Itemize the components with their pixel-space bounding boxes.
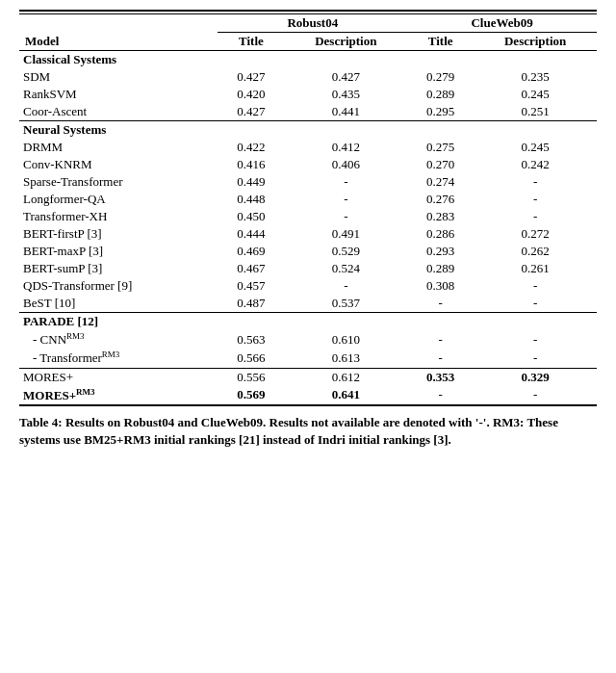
table-row: Sparse-Transformer0.449-0.274-: [19, 173, 597, 191]
table-cell: 0.353: [407, 368, 474, 386]
table-cell: -: [407, 295, 474, 313]
table-row: BeST [10]0.4870.537--: [19, 295, 597, 313]
table-cell: -: [407, 330, 474, 349]
table-cell: 0.261: [474, 260, 597, 277]
table-cell: 0.537: [284, 295, 407, 313]
r04-desc-header: Description: [284, 33, 407, 51]
table-cell: 0.235: [474, 68, 597, 86]
table-cell: -: [474, 386, 597, 405]
table-cell: 0.427: [218, 68, 284, 86]
table-cell: 0.467: [218, 260, 284, 277]
table-cell: 0.293: [407, 243, 474, 260]
table-cell: 0.412: [284, 139, 407, 156]
section-header-row: Classical Systems: [19, 51, 597, 69]
empty-header: [19, 14, 218, 33]
table-cell: 0.276: [407, 191, 474, 208]
table-cell: 0.563: [218, 330, 284, 349]
table-cell: 0.422: [218, 139, 284, 156]
model-name: BeST [10]: [19, 295, 218, 313]
table-container: Robust04 ClueWeb09 Model Title Descripti…: [19, 10, 597, 449]
robust04-header: Robust04: [218, 14, 407, 33]
table-cell: 0.289: [407, 260, 474, 277]
table-row: QDS-Transformer [9]0.457-0.308-: [19, 277, 597, 295]
model-name: MORES+RM3: [19, 386, 218, 405]
table-cell: 0.491: [284, 225, 407, 243]
table-cell: -: [474, 173, 597, 191]
table-cell: -: [474, 191, 597, 208]
table-row: SDM0.4270.4270.2790.235: [19, 68, 597, 86]
table-cell: 0.641: [284, 386, 407, 405]
table-cell: 0.272: [474, 225, 597, 243]
section-label: Classical Systems: [19, 51, 597, 69]
model-name: Transformer-XH: [19, 208, 218, 225]
table-cell: -: [474, 277, 597, 295]
table-cell: 0.274: [407, 173, 474, 191]
table-cell: 0.427: [218, 103, 284, 121]
model-name: Coor-Ascent: [19, 103, 218, 121]
table-cell: 0.289: [407, 86, 474, 103]
section-header-row: Neural Systems: [19, 121, 597, 140]
table-cell: -: [474, 208, 597, 225]
model-name: RankSVM: [19, 86, 218, 103]
table-cell: 0.262: [474, 243, 597, 260]
table-cell: -: [474, 295, 597, 313]
table-cell: -: [407, 386, 474, 405]
table-cell: 0.449: [218, 173, 284, 191]
table-row: DRMM0.4220.4120.2750.245: [19, 139, 597, 156]
model-name: Sparse-Transformer: [19, 173, 218, 191]
table-cell: 0.329: [474, 368, 597, 386]
model-name: - CNNRM3: [19, 330, 218, 349]
model-name: QDS-Transformer [9]: [19, 277, 218, 295]
r04-title-header: Title: [218, 33, 284, 51]
table-cell: 0.308: [407, 277, 474, 295]
cw09-title-header: Title: [407, 33, 474, 51]
table-cell: 0.286: [407, 225, 474, 243]
table-cell: 0.295: [407, 103, 474, 121]
table-cell: -: [474, 349, 597, 368]
table-row: Conv-KNRM0.4160.4060.2700.242: [19, 156, 597, 173]
table-row: - CNNRM30.5630.610--: [19, 330, 597, 349]
table-cell: -: [407, 349, 474, 368]
model-name: MORES+: [19, 368, 218, 386]
table-cell: 0.457: [218, 277, 284, 295]
table-cell: 0.566: [218, 349, 284, 368]
table-row: BERT-maxP [3]0.4690.5290.2930.262: [19, 243, 597, 260]
model-name: - TransformerRM3: [19, 349, 218, 368]
table-cell: 0.569: [218, 386, 284, 405]
section-label: Neural Systems: [19, 121, 597, 140]
model-label: Model: [19, 33, 218, 51]
model-name: BERT-sumP [3]: [19, 260, 218, 277]
table-cell: 0.612: [284, 368, 407, 386]
table-cell: 0.487: [218, 295, 284, 313]
table-cell: 0.279: [407, 68, 474, 86]
table-cell: 0.448: [218, 191, 284, 208]
table-cell: 0.610: [284, 330, 407, 349]
model-name: Conv-KNRM: [19, 156, 218, 173]
table-cell: 0.275: [407, 139, 474, 156]
table-cell: 0.613: [284, 349, 407, 368]
table-cell: 0.245: [474, 86, 597, 103]
table-row: BERT-sumP [3]0.4670.5240.2890.261: [19, 260, 597, 277]
table-row: RankSVM0.4200.4350.2890.245: [19, 86, 597, 103]
table-cell: 0.420: [218, 86, 284, 103]
model-name: BERT-firstP [3]: [19, 225, 218, 243]
table-cell: 0.441: [284, 103, 407, 121]
table-cell: 0.283: [407, 208, 474, 225]
table-row: Transformer-XH0.450-0.283-: [19, 208, 597, 225]
model-name: Longformer-QA: [19, 191, 218, 208]
table-cell: 0.529: [284, 243, 407, 260]
table-cell: 0.270: [407, 156, 474, 173]
table-cell: 0.406: [284, 156, 407, 173]
clueweb09-header: ClueWeb09: [407, 14, 597, 33]
model-name: SDM: [19, 68, 218, 86]
table-cell: 0.435: [284, 86, 407, 103]
table-cell: 0.524: [284, 260, 407, 277]
table-row: MORES+0.5560.6120.3530.329: [19, 368, 597, 386]
table-cell: -: [474, 330, 597, 349]
caption-bold: Table 4: Results on Robust04 and ClueWeb…: [19, 415, 558, 447]
table-cell: 0.242: [474, 156, 597, 173]
section-label: PARADE [12]: [19, 313, 597, 331]
table-cell: 0.245: [474, 139, 597, 156]
table-row: Longformer-QA0.448-0.276-: [19, 191, 597, 208]
model-name: DRMM: [19, 139, 218, 156]
